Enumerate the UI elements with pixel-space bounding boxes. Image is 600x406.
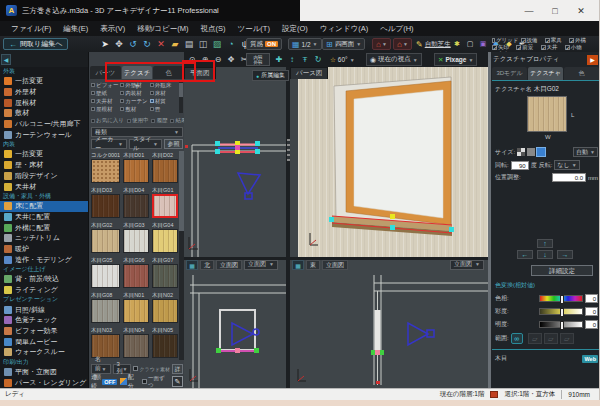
selected-sill-edge[interactable]	[371, 350, 384, 355]
elevation-camera-icon[interactable]	[408, 323, 434, 345]
texture-category-item[interactable]: カーテン・布	[120, 97, 149, 105]
slider-thumb[interactable]	[561, 322, 563, 329]
view-angle-dropdown[interactable]: ☆ 60° ▼	[330, 53, 355, 66]
property-tab-3Dモデル[interactable]: 3Dモデル	[492, 67, 527, 80]
filter-checkbox[interactable]: お気に入り	[91, 117, 124, 124]
texture-category-item[interactable]: 敷材	[120, 105, 149, 113]
texture-category-item[interactable]: 畳	[150, 105, 179, 113]
sidebar-item[interactable]: ウォークスルー	[0, 347, 88, 358]
east-view-dropdown[interactable]: 立面図▼	[450, 260, 484, 270]
layer-visibility-checkbox[interactable]: ✓家具	[545, 37, 567, 44]
web-badge[interactable]: Web	[582, 355, 598, 363]
window-edge[interactable]	[375, 310, 381, 351]
sidebar-item[interactable]: ライティング	[0, 285, 88, 296]
capture-icon[interactable]: ▨	[212, 37, 222, 51]
sidebar-item[interactable]: 造作・モデリング	[0, 254, 88, 265]
menu-item[interactable]: 設定(O)	[277, 24, 313, 34]
menu-item[interactable]: ファイル(F)	[6, 24, 56, 34]
nudge-right-button[interactable]: →	[557, 250, 573, 259]
sidebar-item[interactable]: 壁・床材	[0, 160, 88, 171]
texture-swatch[interactable]: 木目G07	[152, 256, 178, 289]
catalog-tab-色[interactable]: 色	[153, 66, 184, 79]
filter-checkbox[interactable]: 使用中	[127, 117, 149, 124]
texture-swatch[interactable]: 木目N04	[123, 326, 149, 359]
nudge-left-button[interactable]: ←	[517, 250, 533, 259]
texture-swatch[interactable]: 木目N02	[152, 291, 178, 324]
texture-category-item[interactable]: ビフォー	[91, 81, 120, 89]
gauge-icon[interactable]: ◔	[226, 37, 236, 51]
select-cursor-icon[interactable]: ➤	[100, 37, 110, 51]
sidebar-item[interactable]: カーテンウォール	[0, 129, 88, 140]
texture-swatch[interactable]: 木目G08	[91, 291, 120, 324]
half-resolution-button[interactable]: ▦ 1/2 ▼	[288, 38, 322, 50]
stretch-mode-icon[interactable]	[527, 148, 535, 156]
browse-button[interactable]: 参照	[164, 139, 183, 149]
texture-category-item[interactable]: 壁紙	[91, 89, 120, 97]
auto-lawn-button[interactable]: ✎ 自動芝生	[416, 38, 451, 50]
window-outline[interactable]	[220, 310, 255, 350]
texture-swatch[interactable]: 木目D04	[123, 186, 149, 219]
sidebar-item[interactable]: パース・レンダリング	[0, 378, 88, 389]
material-quality-toggle[interactable]: 質感 ON	[246, 38, 282, 50]
elevate-icon[interactable]: ↕	[287, 53, 297, 66]
maximize-button[interactable]: □	[542, 6, 568, 16]
property-tab-テクスチャ[interactable]: テクスチャ	[528, 67, 563, 80]
orbit-icon[interactable]: ↻	[313, 53, 323, 66]
bug-icon[interactable]: ✱	[452, 37, 462, 51]
menu-item[interactable]: ヘルプ(H)	[375, 24, 418, 34]
property-tab-色[interactable]: 色	[564, 67, 599, 80]
tile-mode-icon[interactable]	[517, 148, 525, 156]
zoom-window-icon[interactable]: ⊙	[187, 53, 197, 66]
size-auto-dropdown[interactable]: 自動▼	[573, 147, 598, 157]
zoom-out-icon[interactable]: ⊖	[213, 53, 223, 66]
sidebar-item[interactable]: 床に配置	[0, 201, 88, 212]
redo-icon[interactable]: ↻	[142, 37, 152, 51]
sidebar-item[interactable]: 簡単ムービー	[0, 336, 88, 347]
grid-mode-icon[interactable]	[537, 148, 545, 156]
layer-visibility-checkbox[interactable]: ✓前景	[516, 44, 538, 51]
texture-swatch[interactable]: 木目N01	[123, 291, 149, 324]
viewpoint-dropdown[interactable]: ◉ 現在の視点 ▼	[366, 53, 422, 66]
rotate-input[interactable]: 90	[511, 161, 529, 170]
slider-value[interactable]: 0	[585, 307, 598, 316]
layer-visibility-checkbox[interactable]: ✓矢印	[492, 44, 514, 51]
menu-item[interactable]: ツール(T)	[232, 24, 274, 34]
solid-model-dropdown[interactable]: ⌂▼	[372, 38, 391, 50]
catalog-tab-パーツ[interactable]: パーツ	[90, 66, 121, 79]
plan-camera-icon[interactable]	[238, 173, 260, 199]
detail-settings-button[interactable]: 詳細設定	[531, 265, 593, 276]
window-3d[interactable]	[334, 77, 451, 229]
sidebar-item[interactable]: ビフォー効果	[0, 326, 88, 337]
sidebar-item[interactable]: 天井材	[0, 181, 88, 192]
sidebar-item[interactable]: 一括変更	[0, 149, 88, 160]
sidebar-item[interactable]: 日照/斜線	[0, 304, 88, 315]
purple-box-icon[interactable]: ▣	[478, 37, 488, 51]
north-elevation-canvas[interactable]	[184, 271, 286, 388]
menu-item[interactable]: 表示(V)	[95, 24, 130, 34]
layer-visibility-checkbox[interactable]: ✓小物	[565, 44, 587, 51]
texture-category-item[interactable]: 材質	[150, 97, 179, 105]
bri-slider[interactable]	[539, 321, 583, 328]
texture-swatch[interactable]: 木目G06	[123, 256, 149, 289]
texture-swatch[interactable]: 木目N05	[152, 326, 178, 359]
move-viewpoint-icon[interactable]: ✚	[274, 53, 284, 66]
sidebar-item[interactable]: バルコニー/共用廊下	[0, 119, 88, 130]
slider-thumb[interactable]	[561, 309, 563, 316]
sidebar-item[interactable]: 天井に配置	[0, 212, 88, 223]
nudge-up-button[interactable]: ↑	[537, 239, 553, 248]
texture-category-item[interactable]: 外観床	[150, 81, 179, 89]
sidebar-item[interactable]: 暖炉	[0, 244, 88, 255]
texture-swatch[interactable]: 木目G03	[123, 221, 149, 254]
sidebar-item[interactable]: 敷材	[0, 108, 88, 119]
direction-east-button[interactable]: 東	[306, 260, 320, 270]
texture-swatch[interactable]: 木目G02	[91, 221, 120, 254]
nudge-down-button[interactable]: ↓	[537, 250, 553, 259]
flip-dropdown[interactable]: なし▼	[554, 160, 580, 170]
filter-checkbox[interactable]: 履歴	[151, 117, 167, 124]
texture-swatch[interactable]: 木目D03	[91, 186, 120, 219]
back-to-floorplan-button[interactable]: ← 間取り編集へ	[3, 38, 68, 50]
panel-expand-button[interactable]: ▶	[587, 55, 598, 65]
per-face-checkbox[interactable]: 一面ずつ	[142, 375, 169, 389]
selection-frame-icon[interactable]: ▢	[465, 37, 475, 51]
cloud-material-checkbox[interactable]: クラウド素材	[133, 366, 169, 372]
